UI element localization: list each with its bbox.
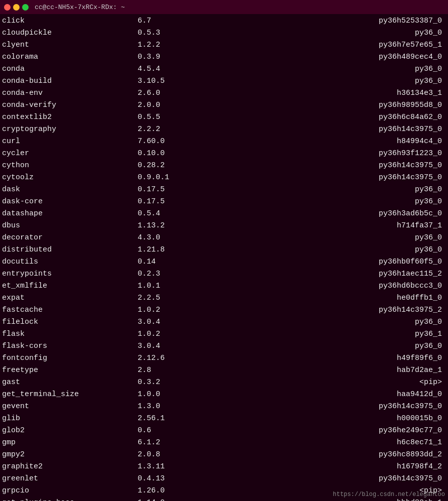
table-row: curl7.60.0h84994c4_0 [0, 136, 448, 148]
package-name: entrypoints [2, 268, 138, 280]
package-version: 0.3.2 [138, 377, 228, 389]
title-bar-buttons [4, 4, 29, 11]
package-name: gmp [2, 437, 138, 449]
package-build: <pip> [228, 377, 446, 389]
package-build: py36_0 [228, 196, 446, 208]
package-build: py36h6c84a62_0 [228, 111, 446, 123]
package-name: conda-env [2, 87, 138, 99]
package-version: 1.3.11 [138, 461, 228, 473]
package-version: 2.0.0 [138, 99, 228, 111]
package-name: conda [2, 63, 138, 75]
package-build: h36134e3_1 [228, 87, 446, 99]
table-row: entrypoints0.2.3py36h1aec115_2 [0, 268, 448, 280]
package-name: click [2, 15, 138, 27]
table-row: freetype2.8hab7d2ae_1 [0, 364, 448, 377]
package-version: 0.5.5 [138, 111, 228, 123]
package-version: 0.5.3 [138, 27, 228, 39]
package-build: py36h5253387_0 [228, 15, 446, 27]
package-version: 4.3.0 [138, 232, 228, 244]
package-version: 1.0.2 [138, 328, 228, 340]
package-version: 2.2.2 [138, 123, 228, 136]
package-version: 1.14.0 [138, 497, 228, 501]
package-version: 0.9.0.1 [138, 172, 228, 184]
package-build: py36_0 [228, 232, 446, 244]
package-build: h000015b_0 [228, 413, 446, 425]
package-name: cycler [2, 148, 138, 160]
package-name: contextlib2 [2, 111, 138, 123]
package-name: dbus [2, 220, 138, 232]
package-version: 2.2.5 [138, 292, 228, 304]
package-name: et_xmlfile [2, 280, 138, 292]
package-version: 7.60.0 [138, 136, 228, 148]
package-version: 0.10.0 [138, 148, 228, 160]
package-build: py36_0 [228, 27, 446, 39]
table-row: dask0.17.5py36_0 [0, 184, 448, 196]
package-build: h16798f4_2 [228, 461, 446, 473]
package-build: py36_0 [228, 340, 446, 352]
table-row: graphite21.3.11h16798f4_2 [0, 461, 448, 473]
table-row: gast0.3.2<pip> [0, 377, 448, 389]
table-row: fastcache1.0.2py36h14c3975_2 [0, 304, 448, 316]
package-version: 2.12.6 [138, 352, 228, 364]
package-build: py36h98955d8_0 [228, 99, 446, 111]
package-build: py36h93f1223_0 [228, 148, 446, 160]
table-row: gevent1.3.0py36h14c3975_0 [0, 401, 448, 413]
package-version: 1.3.0 [138, 401, 228, 413]
package-build: py36hb0f60f5_0 [228, 256, 446, 268]
package-name: expat [2, 292, 138, 304]
table-row: clyent1.2.2py36h7e57e65_1 [0, 39, 448, 51]
table-row: flask1.0.2py36_1 [0, 328, 448, 340]
package-build: py36h489cec4_0 [228, 51, 446, 63]
table-row: conda-env2.6.0h36134e3_1 [0, 87, 448, 99]
table-row: glib2.56.1h000015b_0 [0, 413, 448, 425]
package-name: flask [2, 328, 138, 340]
package-name: conda-build [2, 75, 138, 87]
package-version: 1.26.0 [138, 485, 228, 497]
package-build: py36_0 [228, 184, 446, 196]
package-version: 0.17.5 [138, 184, 228, 196]
package-name: curl [2, 136, 138, 148]
package-version: 3.10.5 [138, 75, 228, 87]
table-row: get_terminal_size1.0.0haa9412d_0 [0, 389, 448, 401]
package-name: flask-cors [2, 340, 138, 352]
package-name: glob2 [2, 425, 138, 437]
package-name: cython [2, 160, 138, 172]
package-build: py36h3ad6b5c_0 [228, 208, 446, 220]
package-version: 6.1.2 [138, 437, 228, 449]
package-version: 1.13.2 [138, 220, 228, 232]
package-name: gast [2, 377, 138, 389]
package-version: 3.0.4 [138, 316, 228, 328]
package-version: 0.5.4 [138, 208, 228, 220]
table-row: dask-core0.17.5py36_0 [0, 196, 448, 208]
package-build: py36h14c3975_0 [228, 160, 446, 172]
table-row: fontconfig2.12.6h49f89f6_0 [0, 352, 448, 364]
package-name: gst-plugins-base [2, 497, 138, 501]
minimize-button[interactable] [13, 4, 20, 11]
maximize-button[interactable] [22, 4, 29, 11]
package-name: gevent [2, 401, 138, 413]
package-build: py36hc8893dd_2 [228, 449, 446, 461]
title-bar: cc@cc-NH5x-7xRCx-RDx: ~ [0, 0, 448, 14]
package-build: py36h14c3975_2 [228, 304, 446, 316]
package-build: py36h14c3975_0 [228, 401, 446, 413]
package-version: 0.6 [138, 425, 228, 437]
package-version: 0.28.2 [138, 160, 228, 172]
package-version: 2.0.8 [138, 449, 228, 461]
package-name: dask [2, 184, 138, 196]
package-version: 0.4.13 [138, 473, 228, 485]
table-row: conda-verify2.0.0py36h98955d8_0 [0, 99, 448, 111]
package-build: py36_0 [228, 63, 446, 75]
package-name: filelock [2, 316, 138, 328]
package-name: docutils [2, 256, 138, 268]
table-row: decorator4.3.0py36_0 [0, 232, 448, 244]
table-row: distributed1.21.8py36_0 [0, 244, 448, 256]
package-name: fastcache [2, 304, 138, 316]
close-button[interactable] [4, 4, 11, 11]
package-name: cloudpickle [2, 27, 138, 39]
table-row: gmp6.1.2h6c8ec71_1 [0, 437, 448, 449]
package-name: get_terminal_size [2, 389, 138, 401]
table-row: et_xmlfile1.0.1py36hd6bccc3_0 [0, 280, 448, 292]
package-name: graphite2 [2, 461, 138, 473]
package-build: haa9412d_0 [228, 389, 446, 401]
package-build: py36h1aec115_2 [228, 268, 446, 280]
